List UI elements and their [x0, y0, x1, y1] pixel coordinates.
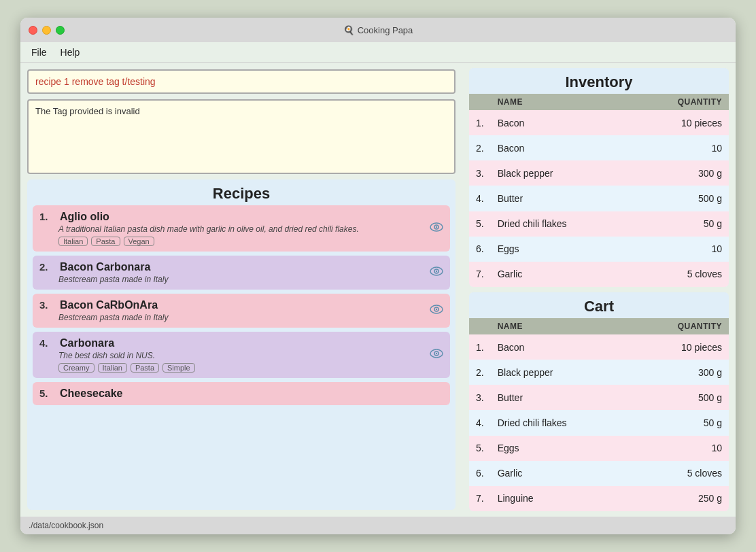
minimize-button[interactable]	[42, 26, 51, 35]
left-panel: The Tag provided is invalid Recipes 1. A…	[20, 63, 462, 517]
svg-point-2	[436, 226, 437, 228]
inventory-col-name: NAME	[491, 94, 631, 110]
recipe-tag: Creamy	[58, 363, 94, 373]
row-num: 5.	[469, 436, 491, 461]
cart-col-quantity: QUANTITY	[631, 318, 729, 334]
recipe-desc: A traditional Italian pasta dish made wi…	[58, 224, 443, 234]
row-num: 3.	[469, 385, 491, 410]
row-quantity: 50 g	[631, 211, 729, 237]
row-quantity: 50 g	[631, 410, 729, 435]
recipe-name: Bacon CaRbOnAra	[60, 299, 158, 311]
recipe-tags: CreamyItalianPastaSimple	[58, 363, 443, 373]
recipe-item: 1. Aglio olio A traditional Italian past…	[33, 205, 450, 252]
output-text: The Tag provided is invalid	[35, 106, 140, 116]
row-quantity: 5 cloves	[631, 262, 729, 287]
table-row: 1. Bacon 10 pieces	[469, 334, 729, 360]
recipe-tag: Vegan	[124, 237, 154, 246]
recipe-num-name: 3. Bacon CaRbOnAra	[39, 299, 443, 311]
recipe-item: 4. Carbonara The best dish sold in NUS. …	[33, 332, 450, 378]
recipe-num-name: 4. Carbonara	[39, 337, 443, 349]
row-num: 2.	[469, 135, 491, 160]
command-input[interactable]	[27, 69, 456, 94]
table-row: 5. Eggs 10	[469, 436, 729, 461]
row-quantity: 10 pieces	[631, 110, 729, 135]
row-name: Eggs	[491, 237, 631, 262]
inventory-table: NAME QUANTITY 1. Bacon 10 pieces 2. Baco…	[469, 94, 729, 287]
inventory-section: Inventory NAME QUANTITY 1. Bacon 10 piec…	[469, 68, 729, 287]
close-button[interactable]	[29, 26, 37, 35]
row-quantity: 10	[631, 436, 729, 461]
right-panel: Inventory NAME QUANTITY 1. Bacon 10 piec…	[462, 63, 736, 517]
menu-file[interactable]: File	[31, 47, 47, 58]
eye-icon[interactable]	[430, 305, 443, 317]
recipes-title: Recipes	[27, 179, 456, 205]
recipe-number: 4.	[39, 337, 56, 349]
row-name: Linguine	[491, 486, 631, 511]
recipe-desc: Bestcream pasta made in Italy	[58, 275, 443, 284]
table-row: 7. Linguine 250 g	[469, 486, 729, 511]
output-area: The Tag provided is invalid	[27, 99, 456, 174]
titlebar: 🍳 Cooking Papa	[20, 18, 736, 42]
table-row: 6. Garlic 5 cloves	[469, 461, 729, 486]
menu-help[interactable]: Help	[61, 47, 80, 58]
recipe-item: 5. Cheesecake	[33, 382, 450, 405]
table-row: 1. Bacon 10 pieces	[469, 110, 729, 135]
menubar: File Help	[20, 42, 736, 63]
recipe-number: 2.	[39, 261, 56, 273]
recipe-num-name: 5. Cheesecake	[39, 387, 443, 400]
row-quantity: 10	[631, 237, 729, 262]
cart-col-name: NAME	[491, 318, 631, 334]
row-num: 4.	[469, 410, 491, 435]
row-num: 1.	[469, 334, 491, 360]
recipe-number: 5.	[39, 387, 56, 399]
table-row: 7. Garlic 5 cloves	[469, 262, 729, 287]
maximize-button[interactable]	[56, 26, 65, 35]
row-name: Dried chili flakes	[491, 211, 631, 237]
recipe-tag: Pasta	[131, 363, 159, 373]
recipe-tags: ItalianPastaVegan	[58, 237, 443, 246]
recipe-tag: Simple	[162, 363, 195, 373]
row-name: Black pepper	[491, 160, 631, 186]
table-row: 4. Butter 500 g	[469, 186, 729, 211]
recipes-panel: Recipes 1. Aglio olio A traditional Ital…	[27, 179, 456, 510]
row-name: Butter	[491, 186, 631, 211]
row-quantity: 250 g	[631, 486, 729, 511]
row-num: 2.	[469, 360, 491, 385]
row-name: Garlic	[491, 262, 631, 287]
table-row: 3. Butter 500 g	[469, 385, 729, 410]
table-row: 6. Eggs 10	[469, 237, 729, 262]
cart-title: Cart	[469, 292, 729, 318]
app-window: 🍳 Cooking Papa File Help The Tag provide…	[20, 18, 736, 534]
recipe-name: Carbonara	[60, 337, 114, 349]
inventory-col-quantity: QUANTITY	[631, 94, 729, 110]
row-quantity: 500 g	[631, 186, 729, 211]
cart-table: NAME QUANTITY 1. Bacon 10 pieces 2. Blac…	[469, 318, 729, 511]
eye-icon[interactable]	[430, 266, 443, 279]
recipe-desc: Bestcream pasta made in Italy	[58, 313, 443, 322]
row-num: 6.	[469, 461, 491, 486]
row-name: Bacon	[491, 334, 631, 360]
recipe-name: Aglio olio	[60, 211, 109, 223]
traffic-lights	[29, 26, 65, 35]
row-num: 6.	[469, 237, 491, 262]
cart-section: Cart NAME QUANTITY 1. Bacon 10 pieces 2.…	[469, 292, 729, 511]
recipe-tag: Italian	[98, 363, 127, 373]
row-num: 7.	[469, 486, 491, 511]
recipes-list[interactable]: 1. Aglio olio A traditional Italian past…	[27, 205, 456, 510]
row-name: Bacon	[491, 135, 631, 160]
inventory-col-num	[469, 94, 491, 110]
table-row: 2. Bacon 10	[469, 135, 729, 160]
recipe-desc: The best dish sold in NUS.	[58, 351, 443, 360]
main-content: The Tag provided is invalid Recipes 1. A…	[20, 63, 736, 517]
recipe-number: 1.	[39, 211, 56, 222]
recipe-tag: Italian	[58, 237, 88, 246]
row-num: 3.	[469, 160, 491, 186]
recipe-item: 2. Bacon Carbonara Bestcream pasta made …	[33, 256, 450, 290]
row-quantity: 500 g	[631, 385, 729, 410]
eye-icon[interactable]	[430, 222, 443, 235]
recipe-item: 3. Bacon CaRbOnAra Bestcream pasta made …	[33, 294, 450, 328]
eye-icon[interactable]	[430, 349, 443, 361]
status-text: ./data/cookbook.json	[29, 521, 103, 530]
recipe-tag: Pasta	[91, 237, 120, 246]
statusbar: ./data/cookbook.json	[20, 517, 736, 534]
